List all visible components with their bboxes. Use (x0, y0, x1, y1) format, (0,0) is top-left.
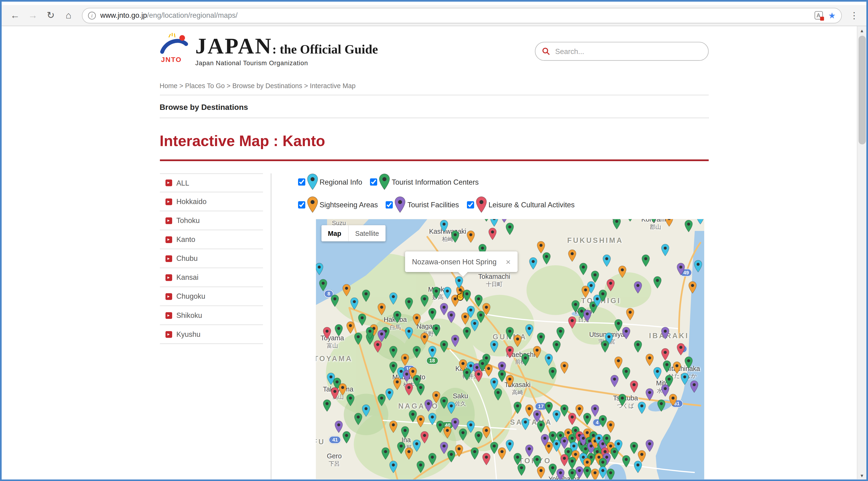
map-pin[interactable] (381, 447, 390, 460)
map-pin[interactable] (346, 321, 355, 334)
map-pin[interactable] (463, 368, 471, 381)
map-pin[interactable] (694, 260, 703, 273)
map-pin[interactable] (405, 327, 413, 339)
map-pin[interactable] (653, 276, 661, 289)
home-button[interactable]: ⌂ (61, 7, 76, 23)
map-pin[interactable] (366, 327, 374, 339)
map-pin[interactable] (601, 340, 609, 353)
map-pin[interactable] (475, 431, 483, 444)
map-pin[interactable] (599, 415, 607, 428)
map-pin[interactable] (653, 367, 661, 380)
map-pin[interactable] (428, 452, 436, 465)
map-pin[interactable] (451, 418, 460, 430)
map-pin[interactable] (626, 308, 634, 321)
map-pin[interactable] (521, 353, 530, 366)
map-pin[interactable] (517, 463, 526, 476)
map-pin[interactable] (514, 335, 522, 348)
map-pin[interactable] (622, 367, 630, 380)
map-pin[interactable] (537, 332, 545, 345)
map-pin[interactable] (490, 442, 498, 455)
infowindow-close-icon[interactable]: × (504, 256, 512, 268)
map-pin[interactable] (599, 289, 607, 302)
map-pin[interactable] (498, 447, 506, 460)
map-pin[interactable] (645, 353, 654, 366)
map-pin[interactable] (618, 265, 627, 278)
breadcrumb-link[interactable]: Home (159, 82, 177, 90)
map-pin[interactable] (459, 428, 467, 441)
translate-icon[interactable]: A (814, 11, 823, 20)
map-pin[interactable] (684, 356, 692, 369)
map-pin[interactable] (389, 345, 398, 358)
map-pin[interactable] (521, 418, 530, 430)
map-pin[interactable] (436, 420, 444, 433)
map-pin[interactable] (342, 431, 351, 444)
map-pin[interactable] (630, 380, 639, 393)
map-pin[interactable] (447, 450, 456, 462)
map-pin[interactable] (529, 257, 537, 270)
map-pin[interactable] (548, 463, 557, 476)
map-pin[interactable] (393, 311, 401, 324)
map-pin[interactable] (424, 399, 432, 412)
scrollbar-thumb[interactable] (859, 36, 866, 145)
map-pin[interactable] (354, 332, 363, 345)
map-pin[interactable] (467, 305, 475, 318)
map-pin[interactable] (560, 454, 568, 467)
map-pin[interactable] (677, 263, 685, 275)
map-pin[interactable] (506, 345, 514, 358)
map-pin[interactable] (498, 369, 506, 382)
map-pin[interactable] (420, 332, 429, 345)
map-pin[interactable] (335, 324, 343, 337)
map-pin[interactable] (607, 279, 615, 292)
map-pin[interactable] (455, 444, 463, 457)
map-pin[interactable] (484, 364, 493, 377)
sidebar-item-kansai[interactable]: ▸Kansai (159, 268, 262, 287)
reload-button[interactable]: ↻ (43, 7, 59, 23)
map-pin[interactable] (440, 442, 448, 455)
satellite-button[interactable]: Satellite (348, 225, 386, 241)
map-pin[interactable] (614, 439, 623, 452)
map-pin[interactable] (331, 295, 339, 307)
scroll-up-icon[interactable]: ▲ (858, 26, 866, 36)
map-pin[interactable] (342, 284, 351, 297)
map-pin[interactable] (389, 362, 398, 374)
map-pin[interactable] (440, 396, 448, 409)
map-pin[interactable] (525, 444, 533, 457)
site-search[interactable] (535, 42, 709, 61)
map-pin[interactable] (614, 356, 623, 369)
map-pin[interactable] (610, 375, 619, 388)
map-pin[interactable] (412, 313, 421, 326)
map-pin[interactable] (416, 415, 425, 428)
map-button[interactable]: Map (321, 225, 348, 241)
map-pin[interactable] (542, 252, 551, 265)
map-pin[interactable] (661, 327, 670, 339)
page-info-icon[interactable]: i (88, 11, 96, 19)
legend-checkbox[interactable] (467, 201, 474, 208)
map-pin[interactable] (405, 383, 413, 396)
map-pin[interactable] (576, 404, 584, 417)
map-pin[interactable] (490, 340, 498, 353)
map-pin[interactable] (614, 319, 623, 331)
map-pin[interactable] (607, 469, 615, 481)
sidebar-item-all[interactable]: ▸ALL (159, 173, 262, 192)
map-pin[interactable] (350, 297, 359, 310)
map-pin[interactable] (475, 369, 483, 382)
legend-checkbox[interactable] (386, 201, 393, 208)
map-pin[interactable] (661, 244, 670, 257)
map-pin[interactable] (688, 281, 696, 294)
map-pin[interactable] (661, 384, 670, 397)
map-pin[interactable] (525, 324, 533, 337)
map-pin[interactable] (556, 469, 565, 481)
forward-button[interactable]: → (25, 7, 41, 23)
map-pin[interactable] (607, 420, 615, 433)
map-pin[interactable] (576, 466, 584, 479)
legend-item[interactable]: Tourist Information Centers (370, 173, 478, 190)
map-pin[interactable] (506, 375, 514, 388)
sidebar-item-kyushu[interactable]: ▸Kyushu (159, 325, 262, 344)
map-pin[interactable] (443, 426, 452, 439)
map-pin[interactable] (432, 287, 440, 299)
map-pin[interactable] (463, 327, 471, 339)
map-pin[interactable] (583, 466, 592, 479)
map-pin[interactable] (630, 442, 639, 455)
map-pin[interactable] (560, 404, 568, 417)
map-pin[interactable] (591, 404, 599, 417)
